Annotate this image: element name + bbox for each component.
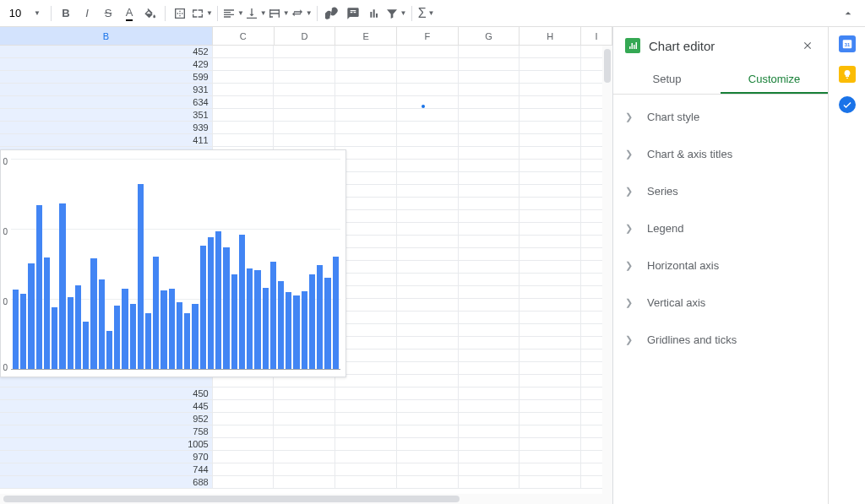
column-header-c[interactable]: C	[213, 27, 275, 45]
cell[interactable]	[274, 463, 335, 475]
cell[interactable]	[520, 122, 581, 133]
cell[interactable]: 450	[0, 387, 213, 399]
cell[interactable]	[397, 96, 459, 108]
cell[interactable]	[213, 476, 275, 488]
cell[interactable]	[397, 350, 459, 361]
fill-color-button[interactable]	[140, 3, 160, 24]
cell[interactable]	[397, 160, 459, 171]
collapse-toolbar-button[interactable]	[838, 3, 858, 24]
cell[interactable]	[459, 476, 520, 488]
cell[interactable]	[520, 96, 581, 108]
cell[interactable]	[335, 413, 397, 425]
cell[interactable]	[459, 84, 520, 95]
cell[interactable]	[459, 286, 520, 298]
cell[interactable]	[397, 362, 459, 374]
cell[interactable]	[520, 236, 581, 247]
cell[interactable]	[274, 451, 335, 463]
cell[interactable]	[335, 71, 397, 83]
cell[interactable]	[397, 122, 459, 133]
cell[interactable]	[459, 425, 520, 437]
cell[interactable]	[459, 299, 520, 311]
cell[interactable]	[459, 71, 520, 83]
sidebar-section[interactable]: ❯Vertical axis	[613, 284, 828, 321]
cell[interactable]	[335, 438, 397, 450]
text-wrap-button[interactable]: ▼	[268, 3, 290, 24]
embedded-chart[interactable]: 0 0 0 0	[0, 149, 346, 377]
cell[interactable]	[335, 96, 397, 108]
cell[interactable]	[274, 84, 335, 95]
cell[interactable]	[274, 438, 335, 450]
table-row[interactable]: 599	[0, 71, 612, 84]
cell[interactable]	[213, 438, 275, 450]
italic-button[interactable]: I	[77, 3, 97, 24]
cell[interactable]	[520, 248, 581, 260]
spreadsheet-grid[interactable]: B C D E F G H I 452429599931634351939411…	[0, 27, 612, 504]
cell[interactable]	[397, 185, 459, 197]
cell[interactable]	[520, 400, 581, 412]
cell[interactable]	[397, 223, 459, 235]
cell[interactable]	[213, 451, 275, 463]
cell[interactable]	[520, 425, 581, 437]
cell[interactable]	[274, 425, 335, 437]
cell[interactable]	[459, 147, 520, 159]
cell[interactable]	[335, 451, 397, 463]
cell[interactable]	[459, 248, 520, 260]
cell[interactable]	[520, 58, 581, 70]
cell[interactable]	[335, 58, 397, 70]
cell[interactable]	[520, 84, 581, 95]
cell[interactable]	[520, 185, 581, 197]
cell[interactable]	[397, 413, 459, 425]
cell[interactable]	[459, 58, 520, 70]
horizontal-align-button[interactable]: ▼	[222, 3, 244, 24]
calendar-addon-icon[interactable]: 31	[839, 35, 856, 52]
cell[interactable]	[520, 210, 581, 222]
cell[interactable]	[213, 134, 275, 146]
cell[interactable]	[459, 109, 520, 121]
cell[interactable]	[397, 210, 459, 222]
cell[interactable]	[459, 198, 520, 209]
cell[interactable]	[459, 274, 520, 285]
cell[interactable]	[520, 172, 581, 184]
keep-addon-icon[interactable]	[839, 66, 856, 83]
merge-cells-button[interactable]: ▼	[191, 3, 213, 24]
cell[interactable]	[397, 286, 459, 298]
cell[interactable]	[397, 438, 459, 450]
cell[interactable]	[335, 109, 397, 121]
cell[interactable]	[397, 451, 459, 463]
cell[interactable]	[397, 261, 459, 273]
cell[interactable]	[213, 46, 275, 57]
text-rotation-button[interactable]: ▼	[291, 3, 313, 24]
insert-comment-button[interactable]	[343, 3, 363, 24]
cell[interactable]	[213, 96, 275, 108]
cell[interactable]: 1005	[0, 438, 213, 450]
cell[interactable]: 411	[0, 134, 213, 146]
table-row[interactable]: 634	[0, 96, 612, 109]
strikethrough-button[interactable]: S	[98, 3, 118, 24]
cell[interactable]: 758	[0, 425, 213, 437]
filter-button[interactable]: ▼	[385, 3, 407, 24]
cell[interactable]	[520, 109, 581, 121]
column-header-i[interactable]: I	[581, 27, 612, 45]
cell[interactable]	[520, 337, 581, 349]
cell[interactable]	[274, 476, 335, 488]
sidebar-section[interactable]: ❯Chart & axis titles	[613, 135, 828, 172]
cell[interactable]	[520, 147, 581, 159]
cell[interactable]	[397, 147, 459, 159]
cell[interactable]	[274, 46, 335, 57]
cell[interactable]	[397, 299, 459, 311]
cell[interactable]	[397, 109, 459, 121]
cell[interactable]	[397, 375, 459, 387]
cell[interactable]	[397, 71, 459, 83]
cell[interactable]	[459, 223, 520, 235]
cell[interactable]	[520, 134, 581, 146]
table-row[interactable]: 452	[0, 46, 612, 58]
cell[interactable]	[335, 122, 397, 133]
cell[interactable]: 931	[0, 84, 213, 95]
cell[interactable]	[520, 362, 581, 374]
cell[interactable]	[274, 71, 335, 83]
cell[interactable]	[459, 337, 520, 349]
table-row[interactable]: 429	[0, 58, 612, 71]
cell[interactable]	[459, 400, 520, 412]
sidebar-section[interactable]: ❯Chart style	[613, 98, 828, 135]
vertical-scrollbar[interactable]	[602, 46, 612, 504]
